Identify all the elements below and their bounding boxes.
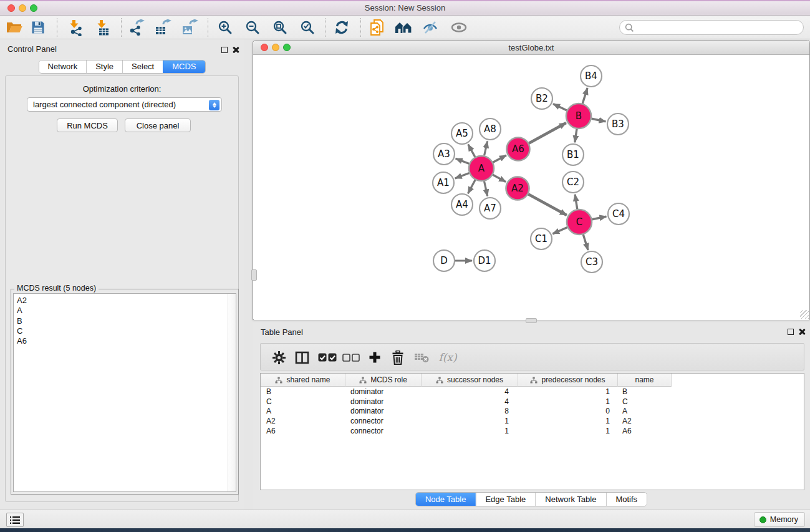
main-toolbar: [0, 16, 810, 39]
column-header-successor-nodes[interactable]: successor nodes: [422, 374, 518, 387]
import-network-icon: [67, 19, 84, 36]
float-panel-button[interactable]: [220, 46, 229, 54]
open-session-button[interactable]: [5, 19, 24, 36]
memory-button[interactable]: Memory: [754, 512, 805, 527]
function-builder-button[interactable]: f(x): [435, 349, 460, 366]
edge-A-A1[interactable]: [455, 173, 470, 178]
task-history-button[interactable]: [6, 513, 24, 527]
window-resize-grip[interactable]: [800, 310, 809, 319]
close-panel-action-button[interactable]: Close panel: [125, 118, 191, 132]
table-row[interactable]: Adominator80A: [261, 407, 804, 417]
cell: A6: [261, 427, 345, 435]
panel-splitter-handle[interactable]: [526, 318, 537, 323]
tab-motifs[interactable]: Motifs: [605, 493, 647, 506]
search-input[interactable]: [637, 22, 803, 33]
save-session-button[interactable]: [29, 19, 47, 36]
cell: 4: [422, 397, 518, 406]
close-panel-button[interactable]: [231, 46, 240, 54]
select-all-button[interactable]: [317, 349, 338, 366]
node-label-A2: A2: [511, 183, 524, 194]
column-header-predecessor-nodes[interactable]: predecessor nodes: [518, 374, 618, 387]
delete-column-button[interactable]: [388, 349, 407, 366]
export-table-button[interactable]: [153, 19, 172, 36]
tab-edge-table[interactable]: Edge Table: [475, 493, 535, 506]
optimization-criterion-select[interactable]: largest connected component (directed): [27, 97, 222, 112]
hide-details-button[interactable]: [421, 19, 440, 36]
edge-C-C2[interactable]: [575, 195, 577, 209]
edge-B-B2[interactable]: [553, 104, 567, 110]
node-label-C2: C2: [567, 177, 579, 188]
column-header-shared-name[interactable]: shared name: [261, 374, 345, 387]
node-table[interactable]: shared nameMCDS rolesuccessor nodesprede…: [260, 373, 804, 490]
split-view-button[interactable]: [292, 349, 311, 366]
export-network-button[interactable]: [127, 19, 146, 36]
edge-A-A5[interactable]: [468, 144, 475, 157]
desktop-background: [0, 528, 810, 532]
cell: 1: [518, 387, 618, 396]
column-header-mcds-role[interactable]: MCDS role: [345, 374, 422, 387]
show-details-button[interactable]: [450, 19, 468, 36]
table-row[interactable]: A6connector11A6: [261, 426, 804, 436]
cell: dominator: [345, 397, 422, 406]
node-label-A6: A6: [512, 143, 524, 155]
export-image-button[interactable]: [180, 19, 199, 36]
create-column-button[interactable]: [365, 349, 384, 366]
app-titlebar: Session: New Session: [0, 0, 810, 16]
mcds-result-list[interactable]: A2ABCA6: [13, 293, 236, 492]
edge-C-C4[interactable]: [592, 216, 607, 220]
apply-layout-button[interactable]: [332, 19, 351, 36]
edge-A-A8[interactable]: [485, 142, 488, 156]
column-header-name[interactable]: name: [618, 374, 672, 387]
control-panel: Control Panel NetworkStyleSelectMCDS Opt…: [0, 39, 244, 510]
tab-network-table[interactable]: Network Table: [535, 493, 605, 506]
deselect-all-button[interactable]: [340, 349, 362, 366]
tab-select[interactable]: Select: [122, 60, 163, 73]
network-canvas[interactable]: AA1A2A3A4A5A6A7A8BB1B2B3B4CC1C2C3C4DD1: [254, 56, 809, 320]
delete-table-button[interactable]: [412, 349, 431, 366]
edge-A-A3[interactable]: [456, 158, 470, 163]
close-icon: [798, 328, 806, 336]
table-panel: Table Panel: [253, 323, 810, 510]
panel-splitter-handle[interactable]: [251, 269, 257, 281]
edge-A-A4[interactable]: [468, 180, 475, 194]
table-row[interactable]: Bdominator41B: [261, 387, 804, 397]
edge-A-A7[interactable]: [484, 181, 487, 196]
edge-B-B4[interactable]: [582, 88, 587, 104]
mcds-scrollbar[interactable]: [228, 294, 236, 491]
table-row[interactable]: A2connector11A2: [261, 416, 804, 426]
table-float-button[interactable]: [786, 327, 795, 336]
edge-B-B1[interactable]: [575, 129, 577, 142]
table-settings-button[interactable]: [269, 349, 288, 366]
copy-network-button[interactable]: [368, 19, 387, 36]
edge-C-C3[interactable]: [583, 235, 588, 250]
tab-style[interactable]: Style: [86, 60, 122, 73]
import-network-button[interactable]: [66, 19, 85, 36]
trash-icon: [392, 351, 404, 365]
edge-A-A2[interactable]: [493, 175, 506, 181]
import-table-button[interactable]: [94, 19, 112, 36]
zoom-out-button[interactable]: [243, 19, 262, 36]
edge-A-A6[interactable]: [493, 155, 506, 162]
edge-C-C1[interactable]: [552, 227, 567, 233]
zoom-fit-button[interactable]: [271, 19, 289, 36]
node-label-D: D: [440, 255, 448, 266]
edge-A2-C[interactable]: [528, 194, 567, 215]
tab-mcds[interactable]: MCDS: [163, 60, 205, 73]
node-label-C1: C1: [535, 233, 547, 244]
home-networks-button[interactable]: [394, 19, 413, 36]
table-close-button[interactable]: [798, 327, 806, 336]
tab-network[interactable]: Network: [39, 60, 86, 73]
edge-A6-B[interactable]: [529, 123, 566, 143]
toolbar-separator: [360, 18, 361, 37]
tab-node-table[interactable]: Node Table: [416, 493, 476, 506]
zoom-selected-button[interactable]: [298, 19, 317, 36]
cell: A: [618, 407, 672, 415]
run-mcds-button[interactable]: Run MCDS: [57, 118, 118, 132]
search-box: [619, 20, 804, 35]
titlebar-accent: [0, 0, 810, 1]
eye-slash-icon: [422, 21, 438, 34]
cell: A: [261, 407, 345, 415]
edge-B-B3[interactable]: [592, 118, 606, 122]
table-row[interactable]: Cdominator41C: [261, 397, 804, 407]
zoom-in-button[interactable]: [216, 19, 234, 36]
